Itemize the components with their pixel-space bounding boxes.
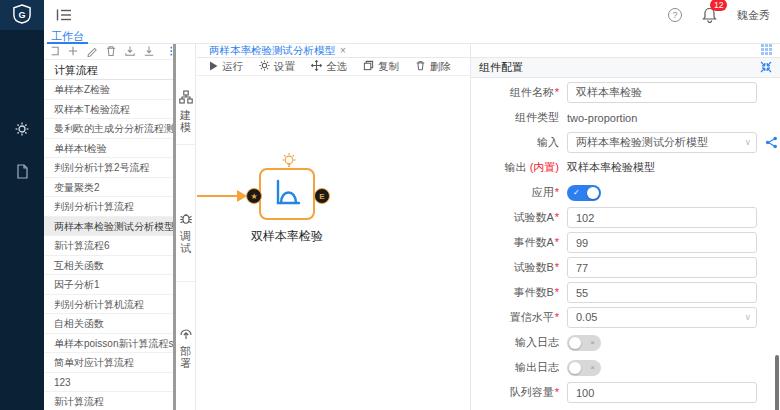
close-icon[interactable]: × bbox=[340, 45, 346, 56]
app-logo[interactable]: G bbox=[0, 0, 44, 30]
x-icon: × bbox=[590, 335, 595, 351]
menu-fold-icon[interactable] bbox=[56, 8, 72, 22]
list-item[interactable]: 单样本Z检验 bbox=[44, 80, 176, 100]
list-item[interactable]: 新计算流程 bbox=[44, 392, 176, 410]
component-name-input[interactable] bbox=[567, 82, 757, 103]
field-output-log: 输出日志 × bbox=[471, 357, 780, 378]
output-value: 双样本率检验模型 bbox=[567, 160, 655, 175]
left-rail: G bbox=[0, 0, 44, 410]
events-b-input[interactable] bbox=[567, 282, 757, 303]
list-item[interactable]: 判别分析计算机流程 bbox=[44, 295, 176, 315]
trials-b-input[interactable] bbox=[567, 257, 757, 278]
add-icon[interactable] bbox=[67, 45, 79, 59]
mode-deploy[interactable]: 部署 bbox=[176, 282, 195, 410]
field-label: 输出日志 bbox=[471, 360, 567, 375]
copy-button[interactable]: 复制 bbox=[363, 60, 399, 74]
canvas-column: 两样本率检验测试分析模型 × 运行 设置 全选 复制 删除 bbox=[197, 44, 470, 410]
field-label: 置信水平 bbox=[510, 311, 554, 323]
config-panel-title: 组件配置 bbox=[479, 60, 523, 75]
flow-list: 单样本Z检验 双样本T检验流程 曼利欧的主成分分析流程测试 单样本t检验 判别分… bbox=[44, 80, 176, 410]
apply-toggle[interactable]: ✓ bbox=[567, 185, 601, 201]
list-item[interactable]: 互相关函数 bbox=[44, 256, 176, 276]
trials-a-input[interactable] bbox=[567, 207, 757, 228]
help-icon[interactable]: ? bbox=[668, 8, 682, 22]
panel-scrollbar[interactable] bbox=[775, 355, 779, 410]
gear-icon bbox=[259, 60, 270, 73]
check-icon: ✓ bbox=[573, 185, 580, 201]
field-label: 输出 bbox=[505, 161, 527, 173]
export-icon[interactable] bbox=[143, 45, 155, 59]
run-button[interactable]: 运行 bbox=[209, 60, 243, 74]
list-item[interactable]: 自相关函数 bbox=[44, 314, 176, 334]
input-log-toggle[interactable]: × bbox=[567, 335, 601, 351]
list-item[interactable]: 变量聚类2 bbox=[44, 178, 176, 198]
clean-icon[interactable] bbox=[48, 45, 60, 59]
list-item[interactable]: 新计算流程6 bbox=[44, 236, 176, 256]
confidence-select-value: 0.05 bbox=[576, 311, 597, 323]
list-item[interactable]: 简单对应计算流程 bbox=[44, 353, 176, 373]
mode-modeling-label: 建模 bbox=[180, 109, 192, 133]
toggle-knob bbox=[569, 362, 581, 374]
user-name[interactable]: 魏金秀 bbox=[737, 8, 770, 23]
collapse-icon[interactable] bbox=[760, 61, 772, 75]
list-item[interactable]: 123 bbox=[44, 373, 176, 393]
analysis-node[interactable] bbox=[259, 168, 315, 220]
output-log-toggle[interactable]: × bbox=[567, 360, 601, 376]
list-item[interactable]: 双样本T检验流程 bbox=[44, 100, 176, 120]
deploy-icon bbox=[179, 326, 193, 342]
edit-icon[interactable] bbox=[86, 45, 98, 59]
confidence-select[interactable]: 0.05 ∨ bbox=[567, 307, 757, 328]
required-mark: * bbox=[555, 311, 559, 323]
select-all-button[interactable]: 全选 bbox=[311, 60, 347, 74]
list-item[interactable]: 判别分析计算流程 bbox=[44, 197, 176, 217]
required-mark: * bbox=[555, 186, 559, 198]
share-icon[interactable] bbox=[765, 136, 778, 149]
list-item[interactable]: 曼利欧的主成分分析流程测试 bbox=[44, 119, 176, 139]
list-item[interactable]: 判别分析计算2号流程 bbox=[44, 158, 176, 178]
list-item-selected[interactable]: 两样本率检验测试分析模型 bbox=[44, 217, 176, 237]
settings-button[interactable]: 设置 bbox=[259, 60, 295, 74]
delete-button[interactable]: 删除 bbox=[415, 60, 451, 74]
settings-label: 设置 bbox=[274, 60, 295, 74]
toggle-knob bbox=[569, 337, 581, 349]
input-select-value: 两样本率检验测试分析模型 bbox=[576, 136, 708, 148]
import-icon[interactable] bbox=[124, 45, 136, 59]
bug-icon bbox=[179, 211, 193, 227]
field-input: 输入 两样本率检验测试分析模型 ∨ bbox=[471, 132, 780, 153]
field-component-type: 组件类型 two-proportion bbox=[471, 107, 780, 128]
delete-icon[interactable] bbox=[105, 45, 117, 59]
tab-workspace[interactable]: 工作台 bbox=[47, 30, 88, 44]
document-tab-label: 两样本率检验测试分析模型 bbox=[209, 44, 335, 58]
port-end[interactable]: E bbox=[314, 188, 330, 204]
field-apply: 应用* ✓ bbox=[471, 182, 780, 203]
mode-modeling[interactable]: 建模 bbox=[176, 44, 195, 145]
copy-icon bbox=[363, 60, 374, 73]
panel-top-row bbox=[471, 44, 780, 58]
input-select[interactable]: 两样本率检验测试分析模型 ∨ bbox=[567, 132, 757, 153]
mode-debug[interactable]: 调试 bbox=[176, 145, 195, 282]
field-label: 试验数A bbox=[513, 211, 553, 223]
gear-icon[interactable] bbox=[0, 122, 44, 136]
events-a-input[interactable] bbox=[567, 232, 757, 253]
list-item[interactable]: 单样本t检验 bbox=[44, 139, 176, 159]
required-mark: * bbox=[555, 286, 559, 298]
bell-icon[interactable]: 12 bbox=[702, 6, 717, 25]
field-label: 组件名称 bbox=[510, 86, 554, 98]
document-icon[interactable] bbox=[0, 164, 44, 179]
field-trials-a: 试验数A* bbox=[471, 207, 780, 228]
field-events-a: 事件数A* bbox=[471, 232, 780, 253]
x-icon: × bbox=[590, 360, 595, 376]
flow-canvas[interactable]: ★ E 双样本率检验 bbox=[197, 76, 470, 410]
field-label: 组件类型 bbox=[471, 110, 567, 125]
move-icon bbox=[311, 60, 322, 73]
mode-strip: 建模 调试 部署 bbox=[176, 44, 196, 410]
canvas-toolbar: 运行 设置 全选 复制 删除 bbox=[197, 58, 470, 76]
document-tab[interactable]: 两样本率检验测试分析模型 × bbox=[197, 44, 346, 58]
port-start[interactable]: ★ bbox=[246, 188, 262, 204]
required-mark: * bbox=[555, 86, 559, 98]
field-label: 输入 bbox=[471, 135, 567, 150]
queue-capacity-input[interactable] bbox=[567, 382, 757, 403]
list-item[interactable]: 单样本poisson新计算流程s bbox=[44, 334, 176, 354]
grid-icon[interactable] bbox=[761, 44, 772, 57]
list-item[interactable]: 因子分析1 bbox=[44, 275, 176, 295]
